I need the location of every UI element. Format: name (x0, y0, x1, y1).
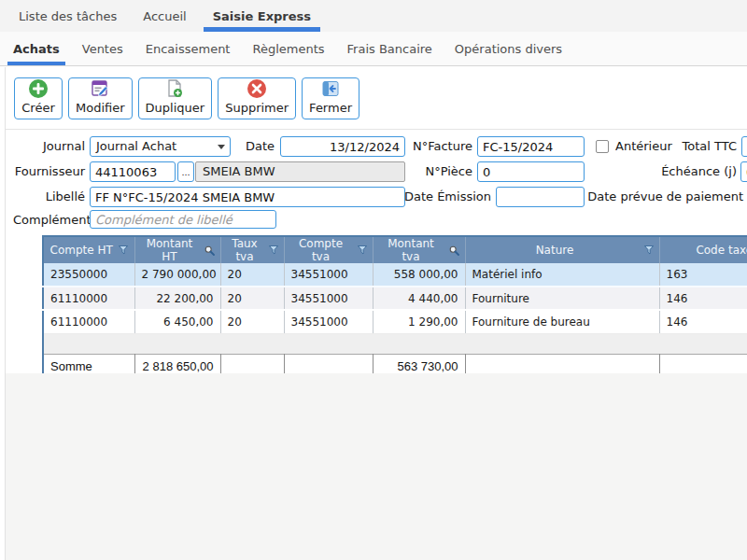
summary-empty-cell (284, 354, 373, 373)
delete-button-label: Supprimer (225, 101, 289, 115)
summary-empty-cell (220, 354, 284, 373)
date-emission-label: Date Émission (398, 187, 491, 207)
cell-code-taxe[interactable]: 146 (659, 287, 747, 310)
summary-montant-ht: 2 818 650,00 (134, 354, 220, 373)
toolbar: Créer Modifier Dupliquer Supprimer Ferme… (6, 67, 747, 130)
tab-accueil[interactable]: Accueil (130, 0, 199, 32)
date-emission-input[interactable] (496, 187, 585, 207)
anterieur-checkbox[interactable] (596, 140, 609, 153)
grid-row[interactable]: 61110000 22 200,00 20 34551000 4 440,00 … (43, 287, 747, 310)
fournisseur-code-input[interactable] (90, 161, 176, 182)
duplicate-button-label: Dupliquer (146, 101, 205, 115)
cell-montant-tva[interactable]: 558 000,00 (373, 263, 465, 287)
cell-montant-ht[interactable]: 2 790 000,00 (134, 263, 220, 287)
fournisseur-browse-button[interactable]: ... (177, 161, 194, 182)
tab-saisie-express[interactable]: Saisie Express (200, 0, 324, 32)
piece-label: N°Pièce (396, 161, 472, 182)
edit-button-label: Modifier (76, 101, 125, 115)
filter-icon[interactable] (269, 245, 278, 255)
magnifier-icon[interactable] (204, 245, 215, 256)
summary-label: Somme (43, 354, 134, 373)
total-ttc-input[interactable] (741, 136, 747, 157)
close-button[interactable]: Fermer (302, 77, 359, 119)
col-header-compte-tva[interactable]: Compte tva (284, 236, 373, 263)
cell-code-taxe[interactable]: 163 (659, 263, 747, 287)
echeance-label: Échéance (j) (650, 161, 737, 182)
echeance-input[interactable] (740, 161, 747, 182)
magnifier-icon[interactable] (449, 245, 459, 256)
journal-label: Journal (13, 136, 85, 157)
lines-grid: Compte HT Montant HT Taux tva Compte tva… (42, 235, 747, 373)
summary-empty-cell (659, 354, 747, 373)
tab-operations-divers[interactable]: Opérations divers (444, 32, 573, 65)
col-header-montant-ht[interactable]: Montant HT (134, 236, 220, 263)
plus-circle-icon (28, 78, 49, 99)
grid-summary-row: Somme 2 818 650,00 563 730,00 (43, 354, 747, 373)
col-header-montant-tva[interactable]: Montant tva (373, 236, 465, 263)
facture-label: N°Facture (396, 136, 472, 157)
complement-label: Complément (13, 210, 85, 231)
grid-row-selected[interactable]: 23550000 2 790 000,00 20 34551000 558 00… (43, 263, 747, 287)
journal-select[interactable]: Journal Achat (90, 136, 231, 157)
date-label: Date (230, 136, 275, 157)
cell-montant-tva[interactable]: 4 440,00 (373, 287, 465, 310)
piece-input[interactable] (477, 161, 585, 182)
grid-row[interactable]: 61110000 6 450,00 20 34551000 1 290,00 F… (43, 310, 747, 333)
edit-document-icon (90, 78, 110, 99)
col-header-taux-tva[interactable]: Taux tva (220, 236, 284, 263)
window-tab-bar: Liste des tâches Accueil Saisie Express (0, 0, 747, 32)
entry-form: Journal Journal Achat Date N°Facture Ant… (6, 131, 747, 235)
journal-select-value: Journal Achat (96, 139, 176, 153)
cell-compte-tva[interactable]: 34551000 (284, 310, 373, 333)
cell-montant-ht[interactable]: 6 450,00 (134, 310, 220, 333)
cell-nature[interactable]: Fourniture (465, 287, 659, 310)
cell-taux-tva[interactable]: 20 (220, 263, 284, 287)
create-button[interactable]: Créer (14, 77, 63, 119)
cell-taux-tva[interactable]: 20 (220, 310, 284, 333)
tab-liste-des-taches[interactable]: Liste des tâches (6, 0, 130, 32)
close-panel-icon (320, 78, 341, 99)
grid-header-row: Compte HT Montant HT Taux tva Compte tva… (43, 236, 747, 263)
col-header-nature[interactable]: Nature (465, 236, 659, 263)
filter-icon[interactable] (644, 245, 654, 255)
total-ttc-label: Total TTC (659, 136, 737, 157)
cell-nature[interactable]: Matériel info (465, 263, 659, 287)
content-background (6, 373, 747, 560)
cell-compte-tva[interactable]: 34551000 (284, 263, 373, 287)
cell-taux-tva[interactable]: 20 (220, 287, 284, 310)
delete-button[interactable]: Supprimer (218, 77, 296, 119)
create-button-label: Créer (21, 101, 54, 115)
summary-empty-cell (465, 354, 659, 373)
cell-compte-ht[interactable]: 61110000 (43, 310, 134, 333)
cell-code-taxe[interactable]: 146 (659, 310, 747, 333)
date-prevue-label: Date prévue de paiement (585, 187, 743, 207)
facture-input[interactable] (477, 136, 585, 157)
cell-nature[interactable]: Fourniture de bureau (465, 310, 659, 333)
tab-achats[interactable]: Achats (2, 32, 71, 65)
close-button-label: Fermer (309, 101, 352, 115)
tab-ventes[interactable]: Ventes (71, 32, 134, 65)
duplicate-button[interactable]: Dupliquer (138, 77, 213, 119)
cell-compte-ht[interactable]: 61110000 (43, 287, 134, 310)
libelle-input[interactable] (90, 187, 405, 207)
tab-frais-bancaire[interactable]: Frais Bancaire (336, 32, 444, 65)
delete-circle-icon (247, 78, 267, 99)
tab-encaissement[interactable]: Encaissement (134, 32, 242, 65)
saisie-express-window: Liste des tâches Accueil Saisie Express … (0, 0, 747, 560)
duplicate-document-icon (164, 78, 185, 99)
complement-input[interactable] (90, 210, 276, 229)
chevron-down-icon (218, 145, 225, 149)
col-header-code-taxe[interactable]: Code taxe (659, 236, 747, 263)
cell-compte-tva[interactable]: 34551000 (284, 287, 373, 310)
cell-montant-tva[interactable]: 1 290,00 (373, 310, 465, 333)
fournisseur-label: Fournisseur (13, 161, 85, 182)
cell-montant-ht[interactable]: 22 200,00 (134, 287, 220, 310)
col-header-compte-ht[interactable]: Compte HT (43, 236, 134, 263)
date-input[interactable] (280, 136, 405, 157)
edit-button[interactable]: Modifier (68, 77, 133, 119)
cell-compte-ht[interactable]: 23550000 (43, 263, 134, 287)
filter-icon[interactable] (119, 245, 128, 255)
libelle-label: Libellé (13, 187, 85, 207)
filter-icon[interactable] (358, 245, 367, 255)
tab-reglements[interactable]: Règlements (241, 32, 335, 65)
